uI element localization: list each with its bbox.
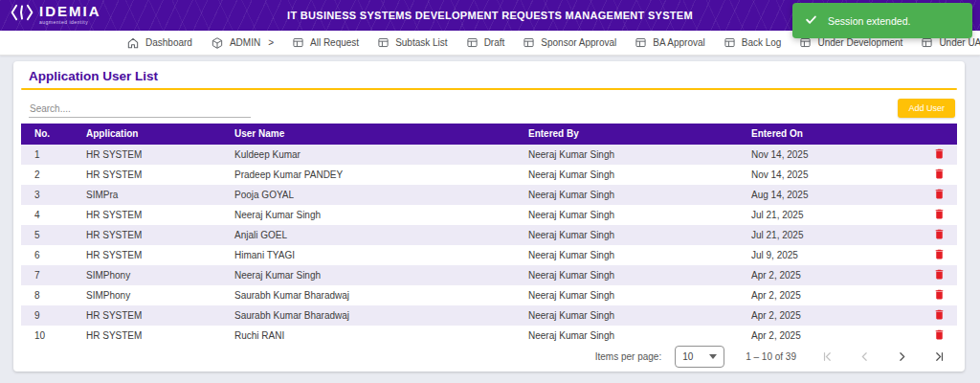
cell-user-name: Pooja GOYAL: [227, 185, 521, 205]
cell-user-name: Himani TYAGI: [227, 245, 521, 265]
nav-item-draft[interactable]: Draft: [466, 36, 505, 49]
check-icon: [804, 12, 818, 30]
home-icon: [126, 36, 140, 50]
cell-entered-by: Neeraj Kumar Singh: [521, 225, 744, 245]
grid-icon: [466, 36, 479, 49]
cell-entered-on: Jul 9, 2025: [744, 245, 914, 265]
cell-entered-on: Apr 2, 2025: [744, 285, 914, 305]
cell-entered-by: Neeraj Kumar Singh: [521, 265, 744, 285]
table-row: 5 HR SYSTEM Anjali GOEL Neeraj Kumar Sin…: [21, 225, 957, 245]
delete-user-button[interactable]: [931, 246, 947, 262]
last-page-button[interactable]: [927, 349, 951, 365]
cell-entered-by: Neeraj Kumar Singh: [521, 145, 744, 165]
delete-user-button[interactable]: [931, 226, 947, 242]
delete-user-button[interactable]: [931, 206, 947, 222]
nav-item-subtask-list[interactable]: Subtask List: [377, 36, 447, 49]
trash-icon: [933, 250, 946, 264]
trash-icon: [933, 169, 946, 184]
select-caret-icon: [709, 354, 717, 359]
cell-entered-by: Neeraj Kumar Singh: [521, 245, 744, 265]
toast-session-extended: Session extended.: [792, 3, 972, 38]
delete-user-button[interactable]: [931, 146, 947, 162]
cell-application: HR SYSTEM: [78, 165, 227, 185]
nav-item-label: Under UAT: [939, 37, 980, 48]
nav-item-label: Draft: [484, 37, 505, 48]
cell-entered-on: Apr 2, 2025: [744, 265, 914, 285]
table-row: 8 SIMPhony Saurabh Kumar Bharadwaj Neera…: [21, 285, 957, 305]
items-per-page-select[interactable]: 10: [675, 346, 724, 368]
cell-entered-on: Apr 2, 2025: [744, 305, 914, 326]
cell-application: HR SYSTEM: [78, 326, 227, 346]
cell-no: 7: [21, 265, 78, 285]
cell-user-name: Neeraj Kumar Singh: [227, 205, 521, 225]
delete-user-button[interactable]: [931, 186, 947, 202]
cell-user-name: Saurabh Kumar Bharadwaj: [227, 285, 521, 305]
cell-user-name: Saurabh Kumar Bharadwaj: [227, 305, 521, 326]
search-input[interactable]: [29, 101, 251, 118]
table-row: 10 HR SYSTEM Ruchi RANI Neeraj Kumar Sin…: [21, 326, 957, 346]
first-page-icon: [821, 351, 834, 366]
cell-user-name: Neeraj Kumar Singh: [227, 265, 521, 285]
grid-icon: [523, 36, 535, 49]
nav-item-label: Dashboard: [145, 37, 192, 48]
nav-item-admin[interactable]: ADMIN >: [211, 36, 274, 50]
trash-icon: [933, 330, 946, 345]
idemia-logo[interactable]: IDEMIA augmented identity: [10, 3, 101, 26]
delete-user-button[interactable]: [931, 327, 947, 343]
delete-user-button[interactable]: [931, 166, 947, 182]
delete-user-button[interactable]: [931, 266, 947, 282]
nav-item-ba-approval[interactable]: BA Approval: [635, 36, 704, 49]
toast-message: Session extended.: [828, 15, 910, 27]
cell-entered-on: Aug 14, 2025: [744, 185, 914, 205]
logo-tagline: augmented identity: [39, 20, 101, 25]
nav-item-back-log[interactable]: Back Log: [724, 36, 782, 49]
app-title: IT BUSINESS SYSTEMS DEVELOPMENT REQUESTS…: [287, 10, 693, 21]
first-page-button[interactable]: [815, 349, 839, 365]
cell-no: 4: [21, 205, 78, 225]
grid-icon: [724, 36, 736, 49]
col-header-entered-by: Entered By: [521, 124, 744, 145]
items-per-page-value: 10: [682, 351, 693, 362]
table-row: 4 HR SYSTEM Neeraj Kumar Singh Neeraj Ku…: [21, 205, 957, 225]
page-range-label: 1 – 10 of 39: [746, 351, 796, 362]
delete-user-button[interactable]: [931, 306, 947, 323]
cell-application: HR SYSTEM: [78, 205, 227, 225]
cell-entered-on: Jul 21, 2025: [744, 225, 914, 245]
items-per-page-label: Items per page:: [595, 351, 661, 362]
nav-item-label: All Request: [310, 37, 359, 48]
cell-no: 3: [21, 185, 78, 205]
nav-item-all-request[interactable]: All Request: [292, 36, 359, 49]
trash-icon: [933, 270, 946, 284]
delete-user-button[interactable]: [931, 286, 947, 303]
add-user-button[interactable]: Add User: [898, 99, 955, 118]
nav-item-label: BA Approval: [653, 37, 704, 48]
col-header-application: Application: [78, 124, 227, 145]
cell-application: HR SYSTEM: [78, 245, 227, 265]
cell-entered-on: Apr 2, 2025: [744, 326, 914, 346]
nav-item-dashboard[interactable]: Dashboard: [126, 36, 192, 50]
nav-item-label: Under Development: [817, 37, 902, 48]
chevron-right-icon: >: [268, 37, 274, 48]
trash-icon: [933, 290, 946, 304]
cell-no: 5: [21, 225, 78, 245]
cell-application: SIMPhony: [78, 285, 227, 305]
cell-application: HR SYSTEM: [78, 305, 227, 326]
trash-icon: [933, 310, 946, 325]
previous-page-button[interactable]: [853, 349, 877, 365]
cell-entered-by: Neeraj Kumar Singh: [521, 285, 744, 305]
nav-item-sponsor-approval[interactable]: Sponsor Approval: [523, 36, 616, 49]
title-underline: [21, 88, 957, 90]
cell-no: 1: [21, 145, 78, 165]
application-user-list-card: Application User List Add User No. Appli…: [13, 61, 965, 372]
trash-icon: [933, 190, 946, 204]
table-row: 6 HR SYSTEM Himani TYAGI Neeraj Kumar Si…: [21, 245, 957, 265]
toolbar: Add User: [21, 98, 957, 117]
cell-entered-on: Jul 21, 2025: [744, 205, 914, 225]
table-row: 7 SIMPhony Neeraj Kumar Singh Neeraj Kum…: [21, 265, 957, 285]
cell-no: 10: [21, 326, 78, 346]
last-page-icon: [933, 351, 946, 366]
cell-entered-on: Nov 14, 2025: [744, 165, 914, 185]
next-page-button[interactable]: [890, 349, 914, 365]
cell-user-name: Pradeep Kumar PANDEY: [227, 165, 521, 185]
chevron-right-icon: [896, 351, 908, 366]
